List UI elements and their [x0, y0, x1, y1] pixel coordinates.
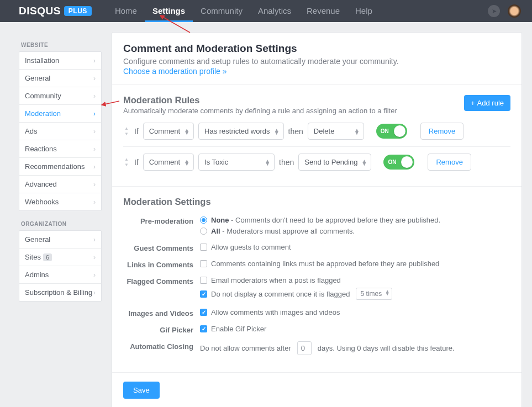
sidebar-item-installation[interactable]: Installation› — [19, 52, 101, 70]
rules-subtitle: Automatically moderate comments by defin… — [123, 107, 397, 115]
rule-condition-select[interactable]: Has restricted words▲▼ — [198, 123, 283, 140]
closing-label: Automatic Closing — [123, 341, 193, 351]
chevron-right-icon: › — [93, 145, 96, 153]
sidebar-item-advanced[interactable]: Advanced› — [19, 176, 101, 193]
add-rule-button[interactable]: +Add rule — [464, 95, 510, 111]
logo-text: DISQUS — [19, 5, 61, 17]
gif-label: Gif Picker — [123, 325, 193, 334]
sidebar-item-label: Sites — [25, 253, 41, 261]
checkbox-icon — [200, 260, 207, 267]
checkbox-icon — [200, 290, 207, 298]
sidebar-item-label: Installation — [25, 56, 59, 65]
settings-title: Moderation Settings — [123, 197, 510, 207]
checkbox-label: Allow comments with images and videos — [211, 308, 340, 316]
radio-icon — [200, 216, 207, 224]
save-bar: Save — [112, 372, 522, 407]
sidebar-item-label: Community — [25, 92, 61, 100]
toggle-label: ON — [388, 159, 396, 165]
images-checkbox-row[interactable]: Allow comments with images and videos — [200, 308, 510, 316]
rule-toggle[interactable]: ON — [376, 124, 407, 139]
select-value: Delete — [314, 127, 335, 135]
nav-revenue[interactable]: Revenue — [299, 1, 347, 22]
guest-label: Guest Comments — [123, 243, 193, 252]
rule-condition-select[interactable]: Is Toxic▲▼ — [198, 154, 275, 171]
chevron-down-icon: ▼ — [124, 132, 129, 136]
flag-threshold-select[interactable]: 5 times▲▼ — [356, 288, 392, 300]
guest-checkbox-row[interactable]: Allow guests to comment — [200, 243, 510, 251]
flagged-hide-row[interactable]: Do not display a comment once it is flag… — [200, 288, 510, 300]
checkbox-icon — [200, 244, 207, 251]
sidebar-item-moderation[interactable]: Moderation› — [19, 105, 101, 123]
checkbox-icon — [200, 277, 207, 284]
sites-count-badge: 6 — [43, 253, 52, 261]
sidebar-website-title: WEBSITE — [21, 42, 102, 48]
closing-days-input[interactable] — [297, 341, 312, 355]
save-button[interactable]: Save — [123, 382, 160, 399]
sidebar-item-label: Moderation — [25, 109, 61, 118]
sidebar-item-general[interactable]: General› — [19, 70, 101, 87]
rule-toggle[interactable]: ON — [383, 155, 414, 170]
updown-icon: ▲▼ — [184, 160, 189, 165]
sidebar-item-reactions[interactable]: Reactions› — [19, 140, 101, 158]
select-value: 5 times — [360, 290, 382, 298]
remove-rule-button[interactable]: Remove — [420, 123, 463, 140]
option-text: - Moderators must approve all comments. — [220, 227, 355, 235]
main-panel: Comment and Moderation Settings Configur… — [112, 32, 522, 407]
sidebar: WEBSITE Installation› General› Community… — [19, 32, 102, 302]
links-label: Links in Comments — [123, 260, 193, 269]
checkbox-label: Do not display a comment once it is flag… — [211, 290, 350, 298]
sidebar-item-label: Reactions — [25, 145, 57, 153]
premod-none-option[interactable]: None - Comments don't need to be approve… — [200, 216, 510, 224]
moderation-profile-link[interactable]: Choose a moderation profile » — [123, 67, 510, 76]
sidebar-item-label: Webhooks — [25, 198, 59, 206]
gif-checkbox-row[interactable]: Enable Gif Picker — [200, 325, 510, 333]
sidebar-item-admins[interactable]: Admins› — [19, 266, 101, 284]
sidebar-item-label: Ads — [25, 127, 37, 135]
select-value: Is Toxic — [204, 158, 228, 166]
rule-sort-handle[interactable]: ▲▼ — [123, 157, 130, 167]
chevron-right-icon: › — [93, 128, 96, 135]
sidebar-item-org-general[interactable]: General› — [19, 231, 101, 249]
sidebar-item-recommendations[interactable]: Recommendations› — [19, 158, 101, 176]
chevron-right-icon: › — [93, 253, 96, 261]
nav-settings[interactable]: Settings — [145, 1, 193, 22]
chevron-right-icon: › — [93, 198, 96, 206]
premod-all-option[interactable]: All - Moderators must approve all commen… — [200, 227, 510, 235]
nav-community[interactable]: Community — [193, 1, 250, 22]
rule-subject-select[interactable]: Comment▲▼ — [143, 154, 194, 171]
avatar[interactable] — [508, 4, 521, 18]
nav-help[interactable]: Help — [347, 1, 380, 22]
if-label: If — [134, 158, 139, 167]
checkbox-label: Enable Gif Picker — [211, 325, 266, 333]
option-strong: None — [211, 216, 229, 224]
sidebar-item-sites[interactable]: Sites6› — [19, 249, 101, 266]
checkbox-label: Comments containing links must be approv… — [211, 260, 439, 268]
checkbox-label: Allow guests to comment — [211, 243, 291, 251]
flagged-label: Flagged Comments — [123, 276, 193, 286]
sidebar-item-label: Recommendations — [25, 162, 85, 171]
rule-action-select[interactable]: Send to Pending▲▼ — [298, 154, 371, 171]
rule-action-select[interactable]: Delete▲▼ — [308, 123, 364, 140]
nav-analytics[interactable]: Analytics — [250, 1, 299, 22]
chevron-right-icon: › — [93, 57, 96, 65]
plus-icon: + — [471, 99, 475, 107]
rule-sort-handle[interactable]: ▲▼ — [123, 126, 130, 136]
sidebar-item-ads[interactable]: Ads› — [19, 123, 101, 140]
rule-row: ▲▼ If Comment▲▼ Is Toxic▲▼ then Send to … — [123, 147, 510, 177]
updown-icon: ▲▼ — [274, 129, 280, 134]
links-checkbox-row[interactable]: Comments containing links must be approv… — [200, 260, 510, 268]
logo[interactable]: DISQUS PLUS — [19, 5, 92, 17]
flagged-email-row[interactable]: Email moderators when a post is flagged — [200, 276, 510, 284]
sidebar-item-label: General — [25, 74, 50, 82]
images-label: Images and Videos — [123, 308, 193, 318]
sidebar-item-community[interactable]: Community› — [19, 87, 101, 105]
remove-rule-button[interactable]: Remove — [428, 154, 471, 171]
page-title: Comment and Moderation Settings — [123, 43, 510, 55]
nav-home[interactable]: Home — [107, 1, 145, 22]
if-label: If — [134, 127, 139, 136]
chevron-down-icon: ▼ — [124, 163, 129, 167]
chat-icon[interactable]: ➤ — [488, 5, 500, 17]
sidebar-item-billing[interactable]: Subscription & Billing› — [19, 284, 101, 301]
rule-subject-select[interactable]: Comment▲▼ — [143, 123, 194, 140]
sidebar-item-webhooks[interactable]: Webhooks› — [19, 193, 101, 210]
